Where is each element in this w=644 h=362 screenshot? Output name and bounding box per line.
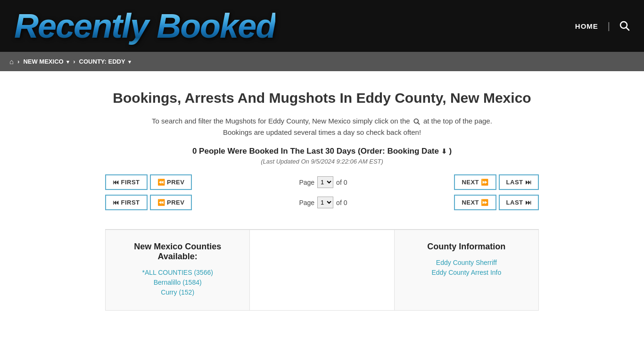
- footer-col-middle: [250, 230, 394, 311]
- nav-divider: |: [608, 21, 610, 32]
- last-label-2: LAST: [506, 199, 523, 206]
- pagination-row-2: ⏮ FIRST ⏪ PREV Page 1 of 0 NEXT ⏩ LAST ⏭: [105, 195, 539, 210]
- first-icon-2: ⏮: [113, 199, 119, 206]
- first-icon-1: ⏮: [113, 179, 119, 186]
- county-link-2[interactable]: Curry (152): [115, 288, 240, 296]
- bookings-count: 0 People Were Booked In The Last 30 Days…: [105, 147, 539, 156]
- breadcrumb-county-link[interactable]: COUNTY: EDDY ▾: [79, 58, 131, 65]
- desc-part2: at the top of the page.: [423, 117, 492, 125]
- footer-col-info: County Information Eddy County Sherriff …: [394, 230, 539, 311]
- last-button-1[interactable]: LAST ⏭: [499, 174, 539, 190]
- footer-col3-title: County Information: [404, 242, 529, 252]
- prev-label-1: PREV: [167, 179, 184, 186]
- next-label-2: NEXT: [462, 199, 479, 206]
- county-info-link-0[interactable]: Eddy County Sherriff: [404, 259, 529, 266]
- page-title: Bookings, Arrests And Mugshots In Eddy C…: [105, 90, 539, 106]
- pagination-row-1: ⏮ FIRST ⏪ PREV Page 1 of 0 NEXT ⏩ LAST ⏭: [105, 174, 539, 190]
- pagination-center-1: Page 1 of 0: [299, 176, 347, 188]
- page-label-1: Page: [299, 179, 314, 186]
- pagination-left-1: ⏮ FIRST ⏪ PREV: [105, 174, 192, 190]
- bookings-count-text: 0 People Were Booked In The Last 30 Days…: [192, 147, 439, 156]
- desc-part1: To search and filter the Mugshots for Ed…: [152, 117, 410, 125]
- breadcrumb-sep1: ›: [17, 58, 19, 65]
- first-label-1: FIRST: [121, 179, 140, 186]
- next-label-1: NEXT: [462, 179, 479, 186]
- county-link-1[interactable]: Bernalillo (1584): [115, 279, 240, 286]
- prev-label-2: PREV: [167, 199, 184, 206]
- page-label-2: Page: [299, 199, 314, 206]
- main-nav: HOME |: [575, 21, 630, 32]
- county-link-0[interactable]: *ALL COUNTIES (3566): [115, 269, 240, 276]
- first-button-2[interactable]: ⏮ FIRST: [105, 195, 148, 210]
- site-header: Recently Booked HOME |: [0, 0, 644, 52]
- of-label-2: of 0: [336, 199, 347, 206]
- svg-line-1: [627, 28, 629, 31]
- pagination-center-2: Page 1 of 0: [299, 197, 347, 208]
- inline-search-icon: [413, 118, 420, 125]
- first-label-2: FIRST: [121, 199, 140, 206]
- pagination-left-2: ⏮ FIRST ⏪ PREV: [105, 195, 192, 210]
- footer-col1-title: New Mexico Counties Available:: [115, 242, 240, 262]
- prev-icon-2: ⏪: [157, 199, 165, 206]
- breadcrumb-state-link[interactable]: NEW MEXICO ▾: [23, 58, 69, 65]
- prev-icon-1: ⏪: [157, 179, 165, 186]
- site-logo[interactable]: Recently Booked: [14, 7, 275, 45]
- breadcrumb-home-link[interactable]: ⌂: [9, 58, 14, 66]
- main-content: Bookings, Arrests And Mugshots In Eddy C…: [96, 71, 548, 320]
- home-icon: ⌂: [9, 58, 14, 66]
- prev-button-2[interactable]: ⏪ PREV: [150, 195, 192, 210]
- next-icon-2: ⏩: [481, 199, 489, 206]
- last-button-2[interactable]: LAST ⏭: [499, 195, 539, 210]
- footer-sections: New Mexico Counties Available: *ALL COUN…: [105, 229, 539, 311]
- next-button-1[interactable]: NEXT ⏩: [454, 174, 496, 190]
- next-icon-1: ⏩: [481, 179, 489, 186]
- first-button-1[interactable]: ⏮ FIRST: [105, 174, 148, 190]
- search-icon: [619, 21, 630, 31]
- pagination-right-2: NEXT ⏩ LAST ⏭: [454, 195, 539, 210]
- page-select-2[interactable]: 1: [317, 197, 333, 208]
- description-text: To search and filter the Mugshots for Ed…: [105, 115, 539, 138]
- last-label-1: LAST: [506, 179, 523, 186]
- bookings-count-close: ): [449, 147, 452, 156]
- search-icon-button[interactable]: [619, 21, 630, 31]
- footer-col-counties: New Mexico Counties Available: *ALL COUN…: [105, 230, 250, 311]
- breadcrumb-county-label: COUNTY: EDDY: [79, 58, 125, 65]
- breadcrumb-state-label: NEW MEXICO: [23, 58, 63, 65]
- prev-button-1[interactable]: ⏪ PREV: [150, 174, 192, 190]
- page-select-1[interactable]: 1: [317, 176, 333, 188]
- of-label-1: of 0: [336, 179, 347, 186]
- pagination-right-1: NEXT ⏩ LAST ⏭: [454, 174, 539, 190]
- desc-line2: Bookings are updated several times a day…: [223, 128, 421, 136]
- breadcrumb: ⌂ › NEW MEXICO ▾ › COUNTY: EDDY ▾: [0, 52, 140, 71]
- breadcrumb-bar: ⌂ › NEW MEXICO ▾ › COUNTY: EDDY ▾: [0, 52, 644, 71]
- last-icon-1: ⏭: [525, 179, 532, 186]
- county-info-link-1[interactable]: Eddy County Arrest Info: [404, 269, 529, 276]
- sort-icon: ⬇: [441, 148, 447, 155]
- breadcrumb-county-dropdown-icon: ▾: [128, 59, 131, 65]
- next-button-2[interactable]: NEXT ⏩: [454, 195, 496, 210]
- nav-home-link[interactable]: HOME: [575, 22, 598, 30]
- svg-line-3: [418, 123, 420, 124]
- last-icon-2: ⏭: [525, 199, 532, 206]
- last-updated: (Last Updated On 9/5/2024 9:22:06 AM EST…: [105, 158, 539, 165]
- breadcrumb-sep2: ›: [73, 58, 75, 65]
- breadcrumb-state-dropdown-icon: ▾: [66, 59, 69, 65]
